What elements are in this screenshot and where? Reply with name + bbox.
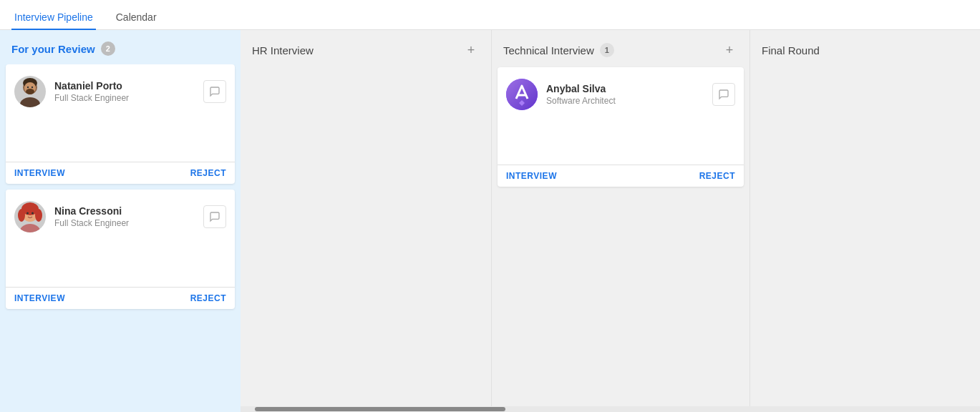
final-round-title: Final Round (762, 44, 820, 57)
pipeline-columns-right: HR Interview + Technical Interview 1 + (241, 30, 980, 412)
candidate-card-anybal: Anybal Silva Software Architect INTERVIE… (498, 67, 744, 187)
reject-button-nina[interactable]: REJECT (190, 293, 226, 303)
column-final-round: Final Round + (750, 30, 980, 412)
svg-point-11 (35, 209, 42, 222)
svg-point-7 (20, 224, 40, 232)
reject-button-nataniel[interactable]: REJECT (190, 168, 226, 178)
technical-interview-header: Technical Interview 1 + (492, 30, 749, 67)
candidate-name-nina: Nina Cressoni (54, 205, 195, 217)
svg-point-2 (20, 97, 40, 107)
candidate-card-nina: Nina Cressoni Full Stack Engineer INTERV… (6, 190, 235, 309)
svg-point-13 (31, 212, 34, 215)
card-top-nina: Nina Cressoni Full Stack Engineer (6, 190, 235, 244)
card-spacer-nina (6, 244, 235, 287)
technical-interview-title: Technical Interview (503, 44, 594, 57)
interview-button-nina[interactable]: INTERVIEW (14, 293, 65, 303)
comment-button-nataniel[interactable] (203, 80, 226, 103)
tab-calendar[interactable]: Calendar (113, 6, 160, 30)
column-hr-interview: HR Interview + (241, 30, 491, 412)
top-navigation: Interview Pipeline Calendar (0, 0, 980, 30)
svg-point-4 (26, 89, 34, 94)
hr-interview-header: HR Interview + (241, 30, 491, 67)
card-info-nataniel: Nataniel Porto Full Stack Engineer (54, 80, 195, 103)
horizontal-scrollbar[interactable] (241, 406, 980, 412)
card-actions-anybal: INTERVIEW REJECT (498, 165, 744, 187)
candidate-role-nina: Full Stack Engineer (54, 218, 195, 228)
for-review-cards: Nataniel Porto Full Stack Engineer INTER… (0, 64, 241, 412)
card-info-anybal: Anybal Silva Software Architect (546, 83, 704, 106)
reject-button-anybal[interactable]: REJECT (699, 171, 735, 181)
pipeline-container: For your Review 2 (0, 30, 980, 412)
avatar-nina (14, 201, 46, 232)
interview-button-anybal[interactable]: INTERVIEW (506, 171, 557, 181)
hr-interview-title: HR Interview (252, 44, 314, 57)
for-review-badge: 2 (101, 41, 115, 56)
final-round-header: Final Round + (750, 30, 980, 67)
column-for-review: For your Review 2 (0, 30, 241, 412)
hr-interview-add-button[interactable]: + (462, 41, 480, 59)
card-info-nina: Nina Cressoni Full Stack Engineer (54, 205, 195, 228)
card-top-nataniel: Nataniel Porto Full Stack Engineer (6, 64, 235, 119)
scrollbar-thumb[interactable] (255, 407, 505, 411)
svg-point-12 (26, 212, 29, 215)
tab-interview-pipeline[interactable]: Interview Pipeline (11, 6, 96, 30)
card-actions-nataniel: INTERVIEW REJECT (6, 162, 235, 184)
card-top-anybal: Anybal Silva Software Architect (498, 67, 744, 122)
column-technical-interview: Technical Interview 1 + (492, 30, 749, 412)
column-for-review-header: For your Review 2 (0, 30, 241, 64)
avatar-nataniel (14, 76, 46, 107)
svg-point-5 (27, 87, 29, 88)
candidate-role-anybal: Software Architect (546, 96, 704, 106)
candidate-role-nataniel: Full Stack Engineer (54, 93, 195, 103)
comment-button-nina[interactable] (203, 205, 226, 228)
candidate-card-nataniel: Nataniel Porto Full Stack Engineer INTER… (6, 64, 235, 184)
card-actions-nina: INTERVIEW REJECT (6, 287, 235, 309)
technical-interview-add-button[interactable]: + (721, 41, 738, 59)
svg-point-10 (18, 209, 25, 222)
card-spacer-nataniel (6, 119, 235, 162)
candidate-name-anybal: Anybal Silva (546, 83, 704, 94)
card-spacer-anybal (498, 122, 744, 165)
svg-point-6 (31, 87, 33, 88)
avatar-anybal (506, 79, 538, 110)
technical-interview-badge: 1 (600, 43, 614, 57)
comment-button-anybal[interactable] (712, 83, 735, 106)
for-review-title: For your Review (11, 43, 95, 55)
candidate-name-nataniel: Nataniel Porto (54, 80, 195, 92)
interview-button-nataniel[interactable]: INTERVIEW (14, 168, 65, 178)
